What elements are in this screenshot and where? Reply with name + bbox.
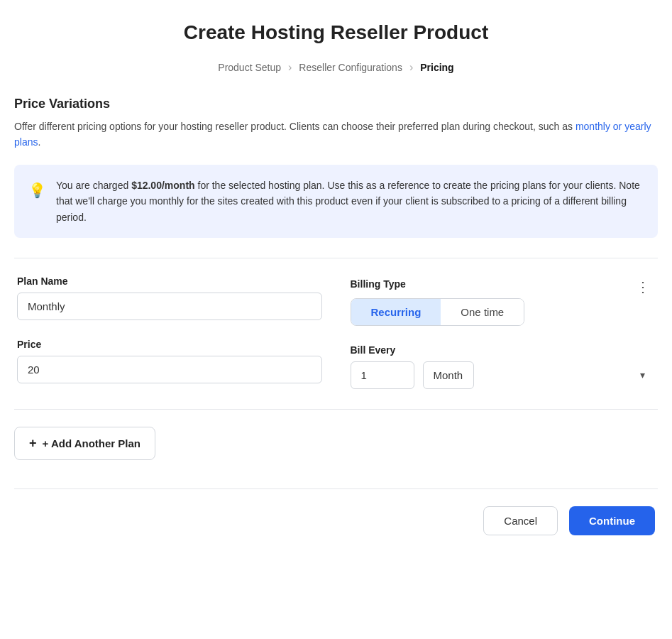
billing-type-label: Billing Type (351, 278, 406, 290)
bill-every-row: Day Week Month Year (351, 361, 656, 389)
breadcrumb-sep-2: › (409, 61, 413, 74)
info-icon: 💡 (28, 179, 46, 202)
billing-type-toggle: Recurring One time (351, 298, 525, 326)
price-field: Price (17, 339, 322, 383)
plan-left-col: Plan Name Price (17, 275, 322, 389)
breadcrumb: Product Setup › Reseller Configurations … (14, 61, 658, 74)
price-variations-title: Price Variations (14, 97, 658, 111)
plan-name-label: Plan Name (17, 275, 322, 287)
add-plan-plus-icon: + (29, 436, 37, 451)
plan-name-field: Plan Name (17, 275, 322, 320)
recurring-btn[interactable]: Recurring (351, 299, 441, 325)
add-plan-label: + Add Another Plan (43, 437, 141, 449)
plan-bottom-divider (14, 409, 658, 410)
breadcrumb-pricing: Pricing (420, 62, 453, 73)
plan-name-input[interactable] (17, 293, 322, 320)
price-label: Price (17, 339, 322, 350)
continue-button[interactable]: Continue (569, 506, 655, 535)
info-box-text: You are charged $12.00/month for the sel… (56, 178, 644, 225)
plan-form: Plan Name Price Billing Type ⋮ Recurring… (14, 275, 658, 389)
bill-every-number-input[interactable] (351, 361, 414, 389)
info-box-highlight: $12.00/month (131, 180, 194, 191)
price-input[interactable] (17, 356, 322, 383)
price-variations-desc: Offer different pricing options for your… (14, 119, 658, 151)
section-divider (14, 258, 658, 258)
cancel-button[interactable]: Cancel (483, 506, 558, 535)
more-options-icon[interactable]: ⋮ (632, 275, 655, 298)
bill-every-field: Bill Every Day Week Month Year (351, 344, 656, 389)
plan-right-col: Billing Type ⋮ Recurring One time Bill E… (351, 275, 656, 389)
breadcrumb-sep-1: › (288, 61, 292, 74)
add-another-plan-button[interactable]: + + Add Another Plan (14, 427, 155, 460)
breadcrumb-product-setup[interactable]: Product Setup (218, 62, 281, 73)
one-time-btn[interactable]: One time (441, 299, 524, 325)
breadcrumb-reseller-config[interactable]: Reseller Configurations (299, 62, 402, 73)
billing-type-header: Billing Type ⋮ (351, 275, 656, 298)
page-title: Create Hosting Reseller Product (14, 21, 658, 44)
bill-every-select-wrapper: Day Week Month Year (423, 361, 656, 389)
billing-type-field: Billing Type ⋮ Recurring One time (351, 275, 656, 326)
footer-actions: Cancel Continue (14, 488, 658, 541)
info-box: 💡 You are charged $12.00/month for the s… (14, 165, 658, 238)
bill-every-unit-select[interactable]: Day Week Month Year (423, 361, 474, 389)
bill-every-label: Bill Every (351, 344, 656, 356)
